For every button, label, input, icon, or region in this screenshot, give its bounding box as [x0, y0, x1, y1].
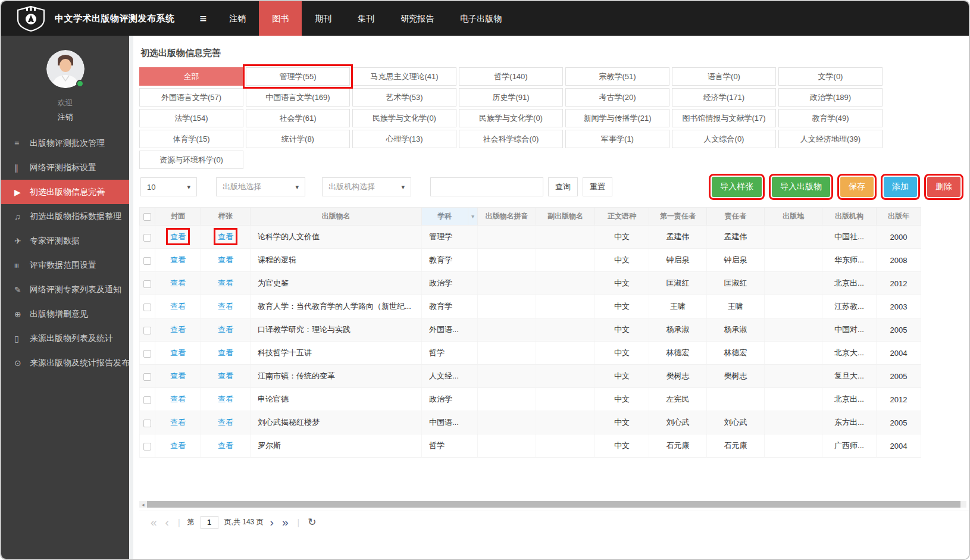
- import-sample-button[interactable]: 导入样张: [712, 177, 762, 197]
- page-size-select[interactable]: 10 ▾: [140, 177, 197, 196]
- category-button[interactable]: 统计学(8): [246, 130, 350, 148]
- category-button[interactable]: 心理学(13): [352, 130, 456, 148]
- row-checkbox[interactable]: [143, 304, 151, 311]
- sidebar-menu-item[interactable]: ≡ 评审数据范围设置: [1, 253, 129, 277]
- category-button[interactable]: 军事学(1): [565, 130, 669, 148]
- category-button[interactable]: 马克思主义理论(41): [352, 67, 456, 86]
- category-button[interactable]: 人文经济地理(39): [778, 130, 883, 148]
- category-button[interactable]: 外国语言文学(57): [139, 88, 243, 107]
- view-sample-link[interactable]: 查看: [218, 395, 233, 403]
- topnav-item[interactable]: 图书: [259, 1, 302, 36]
- category-button[interactable]: 社会学(61): [246, 109, 350, 127]
- view-sample-link[interactable]: 查看: [218, 371, 233, 380]
- category-button[interactable]: 图书馆情报与文献学(17): [672, 109, 776, 127]
- category-button[interactable]: 管理学(55): [246, 67, 350, 86]
- view-sample-link[interactable]: 查看: [218, 302, 233, 311]
- category-button[interactable]: 宗教学(51): [565, 67, 669, 86]
- row-checkbox[interactable]: [143, 396, 151, 404]
- view-cover-link[interactable]: 查看: [170, 279, 186, 287]
- sidebar-menu-item[interactable]: ⊙ 来源出版物及统计报告发布: [1, 351, 129, 375]
- view-cover-link[interactable]: 查看: [170, 232, 186, 241]
- category-button[interactable]: 教育学(49): [778, 109, 883, 127]
- subject-filter-caret-icon[interactable]: ▾: [468, 208, 478, 226]
- save-button[interactable]: 保存: [840, 177, 874, 197]
- sidebar-logout-link[interactable]: 注销: [1, 112, 129, 123]
- view-sample-link[interactable]: 查看: [218, 348, 233, 357]
- view-cover-link[interactable]: 查看: [170, 418, 186, 427]
- search-input[interactable]: [430, 177, 543, 196]
- category-button[interactable]: 历史学(91): [459, 88, 563, 107]
- category-button[interactable]: 体育学(15): [139, 130, 243, 148]
- import-publication-button[interactable]: 导入出版物: [772, 177, 830, 197]
- category-button[interactable]: 民族学与文化学(0): [352, 109, 456, 127]
- view-sample-link[interactable]: 查看: [218, 418, 233, 427]
- category-button[interactable]: 哲学(140): [459, 67, 563, 86]
- category-button[interactable]: 中国语言文学(169): [246, 88, 350, 107]
- category-button[interactable]: 艺术学(53): [352, 88, 456, 107]
- category-button[interactable]: 语言学(0): [672, 67, 776, 86]
- hamburger-menu-icon[interactable]: ≡: [190, 12, 217, 26]
- prev-page-button[interactable]: ‹: [161, 517, 173, 528]
- view-cover-link[interactable]: 查看: [170, 325, 186, 334]
- row-checkbox[interactable]: [143, 280, 151, 288]
- row-checkbox[interactable]: [143, 373, 151, 381]
- view-cover-link[interactable]: 查看: [170, 395, 186, 403]
- view-sample-link[interactable]: 查看: [218, 255, 233, 264]
- sidebar-menu-item[interactable]: ≡ 出版物评测批次管理: [1, 131, 129, 155]
- sidebar-menu-item[interactable]: ▶ 初选出版物信息完善: [1, 180, 129, 204]
- view-sample-link[interactable]: 查看: [218, 232, 233, 241]
- view-cover-link[interactable]: 查看: [170, 348, 186, 357]
- topnav-item[interactable]: 电子出版物: [447, 1, 515, 36]
- last-page-button[interactable]: »: [278, 517, 293, 528]
- refresh-icon[interactable]: ↻: [304, 516, 320, 528]
- view-sample-link[interactable]: 查看: [218, 441, 233, 450]
- row-checkbox[interactable]: [143, 420, 151, 427]
- row-checkbox-cell: [140, 226, 155, 249]
- row-checkbox[interactable]: [143, 327, 151, 334]
- row-checkbox[interactable]: [143, 257, 151, 265]
- sidebar-menu-item[interactable]: ∥ 网络评测指标设置: [1, 155, 129, 180]
- view-cover-link[interactable]: 查看: [170, 441, 186, 450]
- category-button[interactable]: 考古学(20): [565, 88, 669, 107]
- sidebar-menu-item[interactable]: ▯ 来源出版物列表及统计: [1, 326, 129, 351]
- page-number-input[interactable]: [201, 516, 218, 529]
- view-cover-link[interactable]: 查看: [170, 255, 186, 264]
- query-button[interactable]: 查询: [548, 177, 578, 196]
- category-button[interactable]: 经济学(171): [672, 88, 776, 107]
- scrollbar-thumb[interactable]: [147, 501, 960, 508]
- category-button[interactable]: 民族学与文化学(0): [459, 109, 563, 127]
- next-page-button[interactable]: ›: [266, 517, 278, 528]
- category-button[interactable]: 资源与环境科学(0): [139, 151, 243, 169]
- first-page-button[interactable]: «: [146, 517, 161, 528]
- topnav-item[interactable]: 注销: [216, 1, 259, 36]
- category-button[interactable]: 法学(154): [139, 109, 243, 127]
- topnav-item[interactable]: 期刊: [302, 1, 345, 36]
- reset-button[interactable]: 重置: [583, 177, 612, 196]
- sidebar-menu-item[interactable]: ✎ 网络评测专家列表及通知: [1, 277, 129, 302]
- view-cover-link[interactable]: 查看: [170, 371, 186, 380]
- category-button[interactable]: 全部: [139, 67, 243, 86]
- row-checkbox[interactable]: [143, 234, 151, 242]
- add-button[interactable]: 添加: [884, 177, 917, 197]
- row-checkbox[interactable]: [143, 443, 151, 450]
- menu-item-label: 评审数据范围设置: [30, 260, 96, 271]
- view-cover-link[interactable]: 查看: [170, 302, 186, 311]
- topnav-item[interactable]: 研究报告: [387, 1, 447, 36]
- row-checkbox[interactable]: [143, 350, 151, 358]
- category-button[interactable]: 文学(0): [778, 67, 883, 86]
- publisher-org-select[interactable]: 出版机构选择 ▾: [322, 177, 411, 196]
- category-button[interactable]: 新闻学与传播学(21): [565, 109, 669, 127]
- publish-place-select[interactable]: 出版地选择 ▾: [216, 177, 305, 196]
- category-button[interactable]: 社会科学综合(0): [459, 130, 563, 148]
- sidebar-menu-item[interactable]: ⊕ 出版物增删意见: [1, 302, 129, 326]
- view-sample-link[interactable]: 查看: [218, 325, 233, 334]
- select-all-checkbox[interactable]: [143, 213, 151, 221]
- view-sample-link[interactable]: 查看: [218, 279, 233, 287]
- topnav-item[interactable]: 集刊: [345, 1, 387, 36]
- category-button[interactable]: 人文综合(0): [672, 130, 776, 148]
- category-button[interactable]: 政治学(189): [778, 88, 883, 107]
- sidebar-menu-item[interactable]: ♫ 初选出版物指标数据整理: [1, 204, 129, 229]
- scroll-left-icon[interactable]: ◂: [139, 502, 147, 508]
- delete-button[interactable]: 删除: [927, 177, 960, 197]
- sidebar-menu-item[interactable]: ✈ 专家评测数据: [1, 229, 129, 253]
